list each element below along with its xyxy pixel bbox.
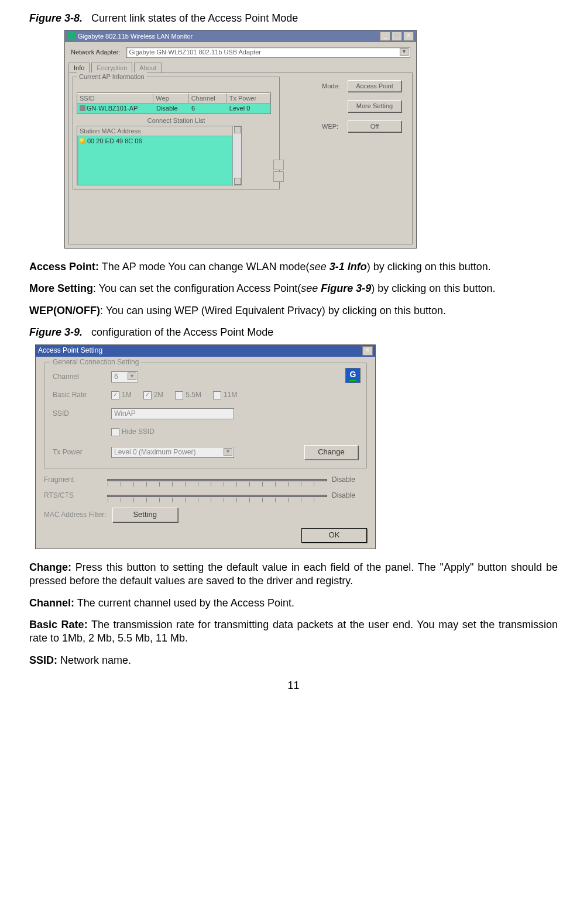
ssid-label: SSID <box>53 409 111 419</box>
setting-button[interactable]: Setting <box>112 508 178 522</box>
figure-3-9-caption: Figure 3-9. configuration of the Access … <box>29 326 558 339</box>
ssid-input[interactable]: WinAP <box>111 408 234 420</box>
more-setting-button[interactable]: More Setting <box>348 100 401 112</box>
current-ap-fieldset: Current AP Information SSID Wep Channel … <box>73 77 280 189</box>
mac-value: 00 20 ED 49 8C 06 <box>87 137 142 145</box>
td-wep: Disable <box>154 104 189 113</box>
rate-11m[interactable]: 11M <box>213 391 237 400</box>
basic-rate-label: Basic Rate <box>53 391 111 400</box>
connect-station-list[interactable]: Station MAC Address 00 20 ED 49 8C 06 <box>77 126 242 185</box>
mac-filter-label: MAC Address Filter: <box>44 511 107 520</box>
scrollbar[interactable] <box>232 126 241 185</box>
rtscts-slider[interactable] <box>107 495 327 497</box>
fragment-label: Fragment <box>44 475 102 485</box>
lead: WEP(ON/OFF) <box>29 305 100 316</box>
mac-row[interactable]: 00 20 ED 49 8C 06 <box>77 136 241 146</box>
th-ssid[interactable]: SSID <box>77 93 153 104</box>
adapter-value: Gigabyte GN-WLBZ101 802.11b USB Adapter <box>129 49 261 56</box>
th-txpower[interactable]: Tx Power <box>227 93 270 104</box>
tab-info[interactable]: Info <box>68 63 90 73</box>
wlan-monitor-window: Gigabyte 802.11b Wireless LAN Monitor _ … <box>64 30 417 249</box>
titlebar: Access Point Setting × <box>36 345 375 357</box>
page-number: 11 <box>29 679 558 692</box>
ok-button[interactable]: OK <box>301 528 367 543</box>
general-connection-group: General Connection Setting G Channel 6 B… <box>44 363 367 468</box>
para-basic-rate: Basic Rate: The transmission rate for tr… <box>29 618 558 646</box>
ap-row[interactable]: GN-WLBZ101-AP Disable 6 Level 0 <box>77 104 270 113</box>
th-channel[interactable]: Channel <box>189 93 227 104</box>
caption-label: Figure 3-9. <box>29 326 83 338</box>
adapter-select[interactable]: Gigabyte GN-WLBZ101 802.11b USB Adapter <box>126 47 410 57</box>
ap-setting-window: Access Point Setting × General Connectio… <box>35 344 376 549</box>
para-change: Change: Press this button to setting the… <box>29 561 558 588</box>
window-title: Access Point Setting <box>38 346 102 356</box>
rate-1m[interactable]: ✓1M <box>111 391 132 400</box>
access-point-button[interactable]: Access Point <box>348 80 401 92</box>
fragment-slider[interactable] <box>107 479 327 481</box>
tab-encryption[interactable]: Encryption <box>91 63 132 73</box>
caption-text: configuration of the Access Point Mode <box>91 326 273 338</box>
td-ssid: GN-WLBZ101-AP <box>87 104 138 112</box>
mode-label: Mode: <box>322 82 343 90</box>
change-button[interactable]: Change <box>304 445 358 460</box>
side-button-1[interactable] <box>273 160 284 170</box>
close-button[interactable]: × <box>362 346 373 356</box>
station-icon <box>80 138 85 144</box>
wep-label: WEP: <box>322 122 343 130</box>
side-button-2[interactable] <box>273 171 284 182</box>
restore-button[interactable]: □ <box>392 32 402 41</box>
info-panel: Current AP Information SSID Wep Channel … <box>68 73 413 244</box>
figure-3-8: Gigabyte 802.11b Wireless LAN Monitor _ … <box>64 30 558 249</box>
para-more-setting: More Setting: You can set the configurat… <box>29 282 558 295</box>
td-channel: 6 <box>189 104 227 113</box>
ap-icon <box>80 105 85 111</box>
mac-header[interactable]: Station MAC Address <box>77 126 241 136</box>
txpower-select[interactable]: Level 0 (Maximum Power) <box>111 447 234 458</box>
th-wep[interactable]: Wep <box>153 93 188 104</box>
figure-3-8-caption: Figure 3-8. Current link states of the A… <box>29 12 558 25</box>
adapter-label: Network Adapter: <box>71 48 120 56</box>
close-button[interactable]: × <box>403 32 414 41</box>
tab-about[interactable]: About <box>134 63 162 73</box>
group-legend: General Connection Setting <box>50 358 141 367</box>
txpower-label: Tx Power <box>53 448 111 457</box>
para-ssid: SSID: Network name. <box>29 654 558 667</box>
rtscts-label: RTS/CTS <box>44 491 102 501</box>
titlebar: Gigabyte 802.11b Wireless LAN Monitor _ … <box>65 30 416 42</box>
ap-table: SSID Wep Channel Tx Power GN-WLBZ101-AP … <box>77 92 271 114</box>
hide-ssid-checkbox[interactable]: Hide SSID <box>111 427 155 437</box>
wep-off-button[interactable]: Off <box>348 120 401 132</box>
td-txpower: Level 0 <box>227 104 270 113</box>
gigabyte-logo: G <box>345 368 361 383</box>
para-channel: Channel: The current channel used by the… <box>29 597 558 610</box>
rate-2m[interactable]: ✓2M <box>143 391 164 400</box>
caption-label: Figure 3-8. <box>29 12 83 24</box>
caption-text: Current link states of the Access Point … <box>91 12 298 24</box>
connect-station-label: Connect Station List <box>77 116 276 125</box>
app-icon <box>67 32 75 40</box>
figure-3-9: Access Point Setting × General Connectio… <box>35 344 558 549</box>
rate-5-5m[interactable]: 5.5M <box>175 391 201 400</box>
window-title: Gigabyte 802.11b Wireless LAN Monitor <box>78 32 193 40</box>
channel-select[interactable]: 6 <box>111 371 138 383</box>
para-access-point: Access Point: The AP mode You can change… <box>29 260 558 274</box>
channel-label: Channel <box>53 373 111 382</box>
lead: More Setting <box>29 282 93 294</box>
rtscts-value: Disable <box>332 491 367 501</box>
fieldset-legend: Current AP Information <box>77 73 147 81</box>
minimize-button[interactable]: _ <box>380 32 390 41</box>
lead: Access Point: <box>29 261 99 273</box>
fragment-value: Disable <box>332 475 367 485</box>
para-wep: WEP(ON/OFF): You can using WEP (Wired Eq… <box>29 304 558 318</box>
